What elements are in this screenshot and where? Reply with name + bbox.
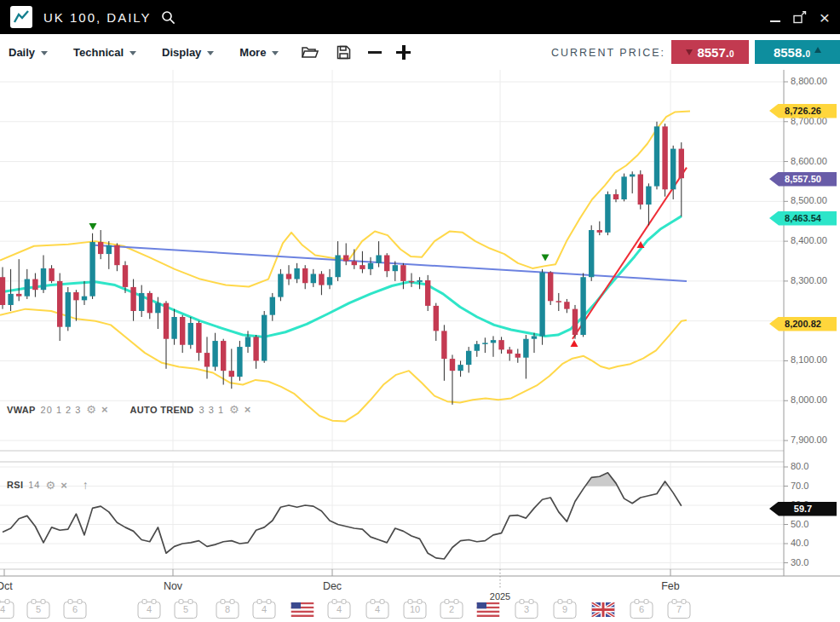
chevron-down-icon: [41, 51, 48, 55]
us-flag-icon[interactable]: [477, 602, 500, 620]
uk-flag-icon[interactable]: [592, 602, 615, 620]
year-axis-label: 2025: [490, 591, 510, 602]
calendar-event-icon[interactable]: 4: [253, 602, 276, 619]
price-axis-label: 8,300.00: [791, 275, 827, 285]
chart-canvas[interactable]: [0, 70, 840, 622]
top-bar: UK 100, DAILY ×: [0, 0, 840, 34]
autotrend-indicator-label: AUTO TREND: [130, 405, 194, 415]
menu-technical[interactable]: Technical: [73, 46, 136, 59]
chevron-down-icon: [272, 51, 279, 55]
price-axis-label: 8,500.00: [791, 195, 827, 205]
popout-icon[interactable]: [793, 11, 807, 24]
month-axis-label: Oct: [0, 580, 13, 592]
rsi-pane-indicator-row: RSI 14 ⚙ × ↑: [7, 478, 89, 492]
calendar-event-icon[interactable]: 4: [366, 602, 389, 619]
vwap-indicator-params: 20 1 2 3: [41, 405, 82, 415]
rsi-axis-label: 70.0: [791, 481, 808, 491]
chevron-down-icon: [129, 51, 136, 55]
calendar-event-icon[interactable]: 5: [175, 602, 198, 619]
rsi-move-up-icon[interactable]: ↑: [83, 478, 89, 492]
price-tag: 59.7: [769, 502, 837, 516]
month-axis-label: Feb: [661, 580, 680, 592]
ask-price: 8558.: [774, 45, 806, 60]
autotrend-remove-icon[interactable]: ×: [245, 404, 251, 415]
price-tag: 8,200.82: [769, 317, 837, 331]
rsi-axis-label: 80.0: [791, 461, 808, 471]
zoom-out-icon[interactable]: [368, 51, 382, 54]
open-folder-icon[interactable]: [302, 46, 319, 59]
vwap-remove-icon[interactable]: ×: [101, 404, 108, 415]
calendar-event-icon[interactable]: 6: [630, 602, 653, 619]
month-axis-label: Nov: [164, 580, 182, 592]
calendar-event-icon[interactable]: 6: [64, 602, 87, 619]
rsi-axis-label: 50.0: [791, 519, 808, 529]
calendar-event-icon[interactable]: 3: [515, 602, 538, 619]
price-axis-label: 8,000.00: [791, 395, 827, 405]
us-flag-icon[interactable]: [291, 602, 314, 620]
current-price-label: CURRENT PRICE:: [551, 47, 665, 59]
rsi-indicator-params: 14: [28, 480, 40, 490]
price-tag: 8,726.26: [769, 104, 837, 118]
menu-timeframe[interactable]: Daily: [9, 46, 48, 59]
calendar-event-icon[interactable]: 7: [668, 602, 691, 619]
trading-app-window: UK 100, DAILY × Daily Technical Display …: [0, 0, 840, 622]
autotrend-indicator-params: 3 3 1: [199, 405, 224, 415]
menu-more-label: More: [239, 46, 266, 59]
autotrend-settings-gear-icon[interactable]: ⚙: [229, 404, 239, 415]
rsi-axis-label: 30.0: [791, 557, 808, 567]
price-down-arrow-icon: [686, 49, 693, 55]
menu-timeframe-label: Daily: [9, 46, 35, 59]
instrument-title: UK 100, DAILY: [43, 10, 152, 25]
calendar-event-icon[interactable]: 2: [440, 602, 463, 619]
search-icon[interactable]: [161, 10, 175, 25]
zoom-in-icon[interactable]: [396, 45, 411, 60]
buy-price-button[interactable]: 8558.0: [755, 40, 840, 64]
price-tag: 8,557.50: [769, 172, 837, 187]
calendar-event-icon[interactable]: 5: [27, 602, 50, 619]
vwap-settings-gear-icon[interactable]: ⚙: [86, 404, 96, 415]
menu-display-label: Display: [162, 46, 201, 59]
vwap-indicator-label: VWAP: [7, 405, 36, 415]
price-axis-label: 8,800.00: [791, 76, 827, 86]
calendar-event-icon[interactable]: 4: [138, 602, 161, 619]
sell-price-button[interactable]: 8557.0: [671, 40, 749, 64]
save-icon[interactable]: [337, 45, 351, 60]
price-axis-label: 8,100.00: [791, 354, 827, 365]
rsi-indicator-label: RSI: [7, 480, 23, 490]
app-logo-icon: [10, 6, 32, 28]
menu-display[interactable]: Display: [162, 46, 214, 59]
main-pane-indicator-row: VWAP 20 1 2 3 ⚙ × AUTO TREND 3 3 1 ⚙ ×: [7, 404, 250, 415]
price-tag: 8,463.54: [769, 211, 837, 226]
menu-technical-label: Technical: [73, 46, 124, 59]
rsi-remove-icon[interactable]: ×: [60, 480, 67, 491]
calendar-event-icon[interactable]: 8: [216, 602, 239, 619]
calendar-event-icon[interactable]: 4: [0, 602, 14, 619]
calendar-event-icon[interactable]: 4: [328, 602, 351, 619]
price-axis-label: 8,400.00: [791, 235, 827, 245]
minimize-icon[interactable]: [770, 20, 780, 22]
bid-price: 8557.: [697, 45, 729, 60]
rsi-axis-label: 40.0: [791, 538, 808, 548]
window-controls: ×: [770, 0, 830, 34]
close-icon[interactable]: ×: [820, 9, 830, 26]
menu-more[interactable]: More: [239, 46, 279, 59]
month-axis-label: Dec: [323, 580, 342, 592]
price-axis-label: 8,600.00: [791, 156, 827, 166]
chevron-down-icon: [207, 51, 214, 55]
calendar-event-icon[interactable]: 9: [554, 602, 577, 619]
price-up-arrow-icon: [814, 47, 821, 53]
calendar-event-icon[interactable]: 10: [404, 602, 427, 619]
price-axis-label: 7,900.00: [791, 435, 827, 445]
rsi-settings-gear-icon[interactable]: ⚙: [46, 480, 56, 491]
